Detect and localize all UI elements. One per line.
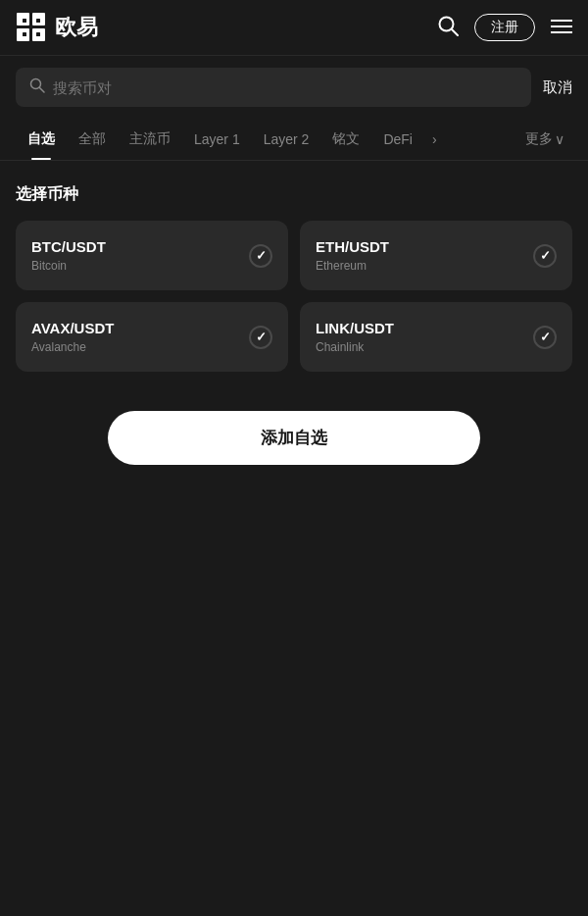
tab-layer1[interactable]: Layer 1 bbox=[182, 120, 252, 159]
check-icon-eth bbox=[533, 244, 557, 268]
coin-pair-avax: AVAX/USDT bbox=[31, 320, 114, 336]
svg-rect-4 bbox=[23, 19, 26, 23]
coin-name-btc: Bitcoin bbox=[31, 259, 106, 273]
register-button[interactable]: 注册 bbox=[474, 14, 535, 41]
coin-info-btc: BTC/USDT Bitcoin bbox=[31, 238, 106, 273]
search-input[interactable] bbox=[53, 79, 517, 96]
tab-layer2[interactable]: Layer 2 bbox=[252, 120, 321, 159]
coin-card-avax[interactable]: AVAX/USDT Avalanche bbox=[16, 302, 288, 372]
tab-铭文[interactable]: 铭文 bbox=[320, 119, 371, 160]
section-title: 选择币种 bbox=[16, 184, 572, 205]
search-input-wrapper[interactable] bbox=[16, 68, 531, 107]
header: 欧易 注册 bbox=[0, 0, 588, 56]
coin-info-avax: AVAX/USDT Avalanche bbox=[31, 320, 114, 354]
tab-arrow-right[interactable]: › bbox=[424, 120, 445, 159]
check-icon-avax bbox=[249, 326, 272, 349]
add-watchlist-button[interactable]: 添加自选 bbox=[108, 411, 480, 465]
cancel-button[interactable]: 取消 bbox=[543, 78, 572, 97]
coin-name-link: Chainlink bbox=[316, 340, 394, 354]
add-button-wrapper: 添加自选 bbox=[16, 411, 572, 465]
coin-info-eth: ETH/USDT Ethereum bbox=[316, 238, 389, 273]
tab-defi[interactable]: DeFi bbox=[371, 120, 424, 159]
svg-line-9 bbox=[452, 29, 458, 35]
tab-全部[interactable]: 全部 bbox=[67, 119, 118, 160]
coin-card-btc[interactable]: BTC/USDT Bitcoin bbox=[16, 221, 288, 290]
coin-info-link: LINK/USDT Chainlink bbox=[316, 320, 394, 354]
tab-主流币[interactable]: 主流币 bbox=[118, 119, 182, 160]
svg-rect-6 bbox=[23, 32, 26, 36]
coin-pair-link: LINK/USDT bbox=[316, 320, 394, 336]
check-icon-link bbox=[533, 326, 557, 349]
tab-more[interactable]: 更多 ∨ bbox=[517, 119, 572, 160]
svg-line-14 bbox=[40, 88, 45, 93]
search-bar: 取消 bbox=[0, 56, 588, 119]
coin-name-eth: Ethereum bbox=[316, 259, 389, 273]
menu-icon[interactable] bbox=[551, 17, 572, 39]
tab-自选[interactable]: 自选 bbox=[16, 119, 67, 160]
svg-rect-5 bbox=[36, 19, 40, 23]
chevron-down-icon: ∨ bbox=[555, 131, 564, 147]
logo-text: 欧易 bbox=[55, 13, 98, 42]
svg-rect-7 bbox=[36, 32, 40, 36]
coin-grid: BTC/USDT Bitcoin ETH/USDT Ethereum AVAX/… bbox=[16, 221, 572, 372]
search-icon bbox=[29, 77, 45, 97]
coin-name-avax: Avalanche bbox=[31, 340, 114, 354]
header-search-icon[interactable] bbox=[437, 15, 459, 41]
logo-area: 欧易 bbox=[16, 12, 98, 43]
coin-pair-eth: ETH/USDT bbox=[316, 238, 389, 255]
coin-card-eth[interactable]: ETH/USDT Ethereum bbox=[300, 221, 572, 290]
coin-card-link[interactable]: LINK/USDT Chainlink bbox=[300, 302, 572, 372]
check-icon-btc bbox=[249, 244, 272, 268]
header-right: 注册 bbox=[437, 14, 572, 41]
coin-pair-btc: BTC/USDT bbox=[31, 238, 106, 255]
main-content: 选择币种 BTC/USDT Bitcoin ETH/USDT Ethereum … bbox=[0, 161, 588, 488]
tab-bar: 自选 全部 主流币 Layer 1 Layer 2 铭文 DeFi › 更多 ∨ bbox=[0, 119, 588, 161]
logo-icon bbox=[16, 12, 47, 43]
